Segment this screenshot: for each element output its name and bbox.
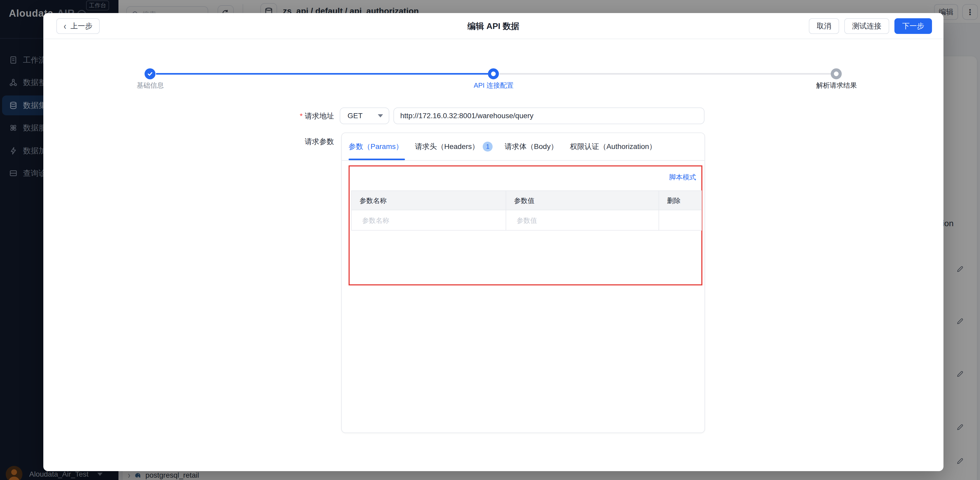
request-params-label: 请求参数 xyxy=(242,137,334,146)
tab-params[interactable]: 参数（Params） xyxy=(348,141,403,151)
cancel-button[interactable]: 取消 xyxy=(809,18,839,34)
http-method-value: GET xyxy=(348,112,363,120)
params-highlight-region: 脚本模式 参数名称 参数值 删除 参数名称 参数值 xyxy=(348,165,702,285)
params-table-header: 参数名称 参数值 删除 xyxy=(352,191,702,210)
active-tab-indicator xyxy=(348,159,405,160)
test-connection-button[interactable]: 测试连接 xyxy=(844,18,889,34)
edit-api-data-modal: ‹ 上一步 编辑 API 数据 取消 测试连接 下一步 基础信息 API 连接配… xyxy=(43,13,943,471)
param-delete-cell xyxy=(659,210,702,230)
column-header-value: 参数值 xyxy=(506,191,659,210)
modal-actions: 取消 测试连接 下一步 xyxy=(809,18,932,34)
param-value-input[interactable]: 参数值 xyxy=(506,210,659,230)
modal-title: 编辑 API 数据 xyxy=(43,13,943,39)
step-basic-info-label: 基础信息 xyxy=(98,81,202,90)
script-mode-link[interactable]: 脚本模式 xyxy=(669,173,696,182)
next-step-button[interactable]: 下一步 xyxy=(894,18,932,34)
request-address-label: *请求地址 xyxy=(242,111,334,121)
params-table-row: 参数名称 参数值 xyxy=(352,210,702,230)
check-icon xyxy=(147,71,153,77)
request-url-input[interactable]: http://172.16.0.32:8001/warehouse/query xyxy=(393,108,705,124)
request-params-panel: 参数（Params） 请求头（Headers） 1 请求体（Body） 权限认证… xyxy=(341,132,705,433)
stepper-line-done xyxy=(156,73,488,75)
params-table: 参数名称 参数值 删除 参数名称 参数值 xyxy=(351,191,702,230)
step-parse-result-label: 解析请求结果 xyxy=(784,81,889,90)
step-api-config-label: API 连接配置 xyxy=(441,81,546,90)
modal-header: ‹ 上一步 编辑 API 数据 取消 测试连接 下一步 xyxy=(43,13,943,39)
http-method-select[interactable]: GET xyxy=(340,108,389,124)
tab-body[interactable]: 请求体（Body） xyxy=(504,141,558,151)
column-header-name: 参数名称 xyxy=(352,191,506,210)
params-tabs: 参数（Params） 请求头（Headers） 1 请求体（Body） 权限认证… xyxy=(342,133,705,161)
step-parse-result-dot xyxy=(831,68,842,79)
caret-down-icon xyxy=(378,114,383,118)
step-basic-info-dot xyxy=(145,68,156,79)
headers-count-badge: 1 xyxy=(483,141,493,151)
tab-authorization[interactable]: 权限认证（Authorization） xyxy=(570,141,656,151)
required-asterisk: * xyxy=(300,112,303,120)
column-header-delete: 删除 xyxy=(659,191,702,210)
step-api-config-dot xyxy=(488,68,499,79)
param-name-input[interactable]: 参数名称 xyxy=(352,210,506,230)
tab-headers[interactable]: 请求头（Headers） 1 xyxy=(415,141,493,151)
stepper-line-todo xyxy=(500,73,831,75)
